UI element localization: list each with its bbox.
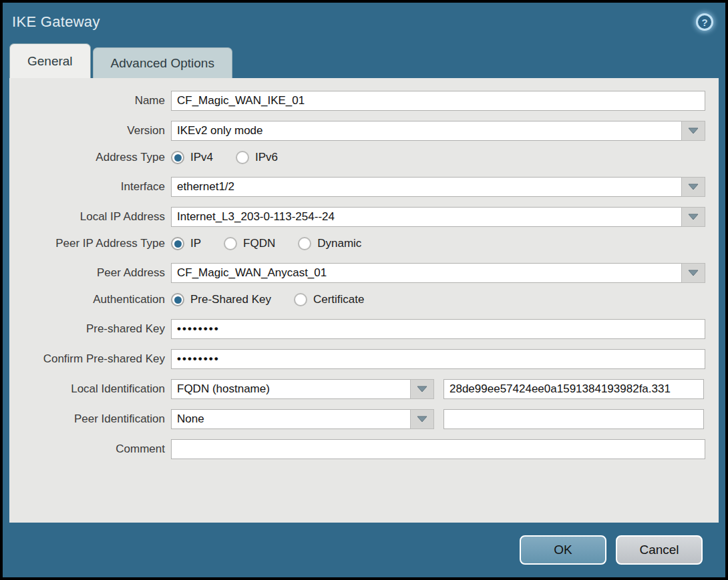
row-address-type: Address Type IPv4 IPv6 xyxy=(9,151,719,164)
address-type-label: Address Type xyxy=(9,151,171,164)
cancel-button[interactable]: Cancel xyxy=(616,535,703,565)
radio-ipv4[interactable]: IPv4 xyxy=(171,151,213,164)
local-ip-address-label: Local IP Address xyxy=(9,210,171,224)
version-dropdown xyxy=(171,121,705,141)
name-label: Name xyxy=(9,94,171,107)
row-comment: Comment xyxy=(9,439,719,459)
row-peer-ip-address-type: Peer IP Address Type IP FQDN Dynamic xyxy=(9,237,719,250)
interface-dropdown xyxy=(171,177,705,197)
chevron-down-icon xyxy=(416,385,428,393)
name-input[interactable] xyxy=(171,91,705,111)
peer-identification-type-input[interactable] xyxy=(171,409,410,429)
radio-ipv6[interactable]: IPv6 xyxy=(236,151,278,164)
radio-peer-dynamic[interactable]: Dynamic xyxy=(298,237,361,250)
comment-label: Comment xyxy=(9,443,171,456)
interface-dropdown-button[interactable] xyxy=(681,177,705,197)
help-icon[interactable]: ? xyxy=(696,13,713,31)
footer-bar: OK Cancel xyxy=(3,523,725,577)
local-ip-address-input[interactable] xyxy=(171,207,681,227)
radio-peer-fqdn[interactable]: FQDN xyxy=(224,237,275,250)
radio-button-icon xyxy=(298,237,311,250)
local-identification-label: Local Identification xyxy=(9,382,171,396)
row-peer-identification: Peer Identification xyxy=(9,409,719,429)
title-bar: IKE Gateway ? xyxy=(3,3,725,41)
radio-pre-shared-key[interactable]: Pre-Shared Key xyxy=(171,293,271,306)
confirm-pre-shared-key-input[interactable] xyxy=(171,349,705,369)
radio-certificate[interactable]: Certificate xyxy=(294,293,365,306)
local-ip-address-dropdown xyxy=(171,207,705,227)
chevron-down-icon xyxy=(687,213,699,221)
row-peer-address: Peer Address xyxy=(9,263,719,283)
pre-shared-key-input[interactable] xyxy=(171,319,705,339)
radio-button-icon xyxy=(171,151,184,164)
peer-address-dropdown-button[interactable] xyxy=(681,263,705,283)
dialog-title: IKE Gateway xyxy=(12,13,100,31)
peer-identification-type-dropdown xyxy=(171,409,434,429)
local-identification-type-input[interactable] xyxy=(171,379,410,399)
row-authentication: Authentication Pre-Shared Key Certificat… xyxy=(9,293,719,306)
tab-advanced-options[interactable]: Advanced Options xyxy=(93,47,232,78)
radio-button-icon xyxy=(224,237,237,250)
tab-bar: General Advanced Options xyxy=(3,41,725,78)
radio-button-icon xyxy=(294,293,307,306)
row-name: Name xyxy=(9,91,719,111)
radio-button-icon xyxy=(171,293,184,306)
authentication-label: Authentication xyxy=(9,293,171,306)
radio-button-icon xyxy=(236,151,249,164)
chevron-down-icon xyxy=(687,127,699,135)
radio-peer-ip[interactable]: IP xyxy=(171,237,201,250)
local-identification-value-input[interactable] xyxy=(443,379,704,399)
local-identification-dropdown-button[interactable] xyxy=(410,379,434,399)
row-confirm-pre-shared-key: Confirm Pre-shared Key xyxy=(9,349,719,369)
version-label: Version xyxy=(9,124,171,137)
peer-ip-address-type-label: Peer IP Address Type xyxy=(9,237,171,250)
row-local-ip-address: Local IP Address xyxy=(9,207,719,227)
chevron-down-icon xyxy=(687,183,699,191)
peer-identification-value-input[interactable] xyxy=(443,409,704,429)
chevron-down-icon xyxy=(687,269,699,277)
interface-input[interactable] xyxy=(171,177,681,197)
ok-button[interactable]: OK xyxy=(520,535,606,565)
ike-gateway-dialog: IKE Gateway ? General Advanced Options N… xyxy=(0,0,728,580)
local-identification-type-dropdown xyxy=(171,379,434,399)
radio-button-icon xyxy=(171,237,184,250)
peer-identification-label: Peer Identification xyxy=(9,412,171,426)
local-ip-address-dropdown-button[interactable] xyxy=(681,207,705,227)
row-pre-shared-key: Pre-shared Key xyxy=(9,319,719,339)
interface-label: Interface xyxy=(9,180,171,194)
comment-input[interactable] xyxy=(171,439,705,459)
general-tab-panel: Name Version Address Type xyxy=(9,78,719,523)
peer-address-input[interactable] xyxy=(171,263,681,283)
chevron-down-icon xyxy=(416,415,428,423)
row-local-identification: Local Identification xyxy=(9,379,719,399)
version-input[interactable] xyxy=(171,121,681,141)
peer-address-label: Peer Address xyxy=(9,266,171,280)
confirm-pre-shared-key-label: Confirm Pre-shared Key xyxy=(9,352,171,366)
row-interface: Interface xyxy=(9,177,719,197)
peer-identification-dropdown-button[interactable] xyxy=(410,409,434,429)
version-dropdown-button[interactable] xyxy=(681,121,705,141)
row-version: Version xyxy=(9,121,719,141)
tab-general[interactable]: General xyxy=(9,43,91,78)
peer-address-dropdown xyxy=(171,263,705,283)
pre-shared-key-label: Pre-shared Key xyxy=(9,322,171,336)
